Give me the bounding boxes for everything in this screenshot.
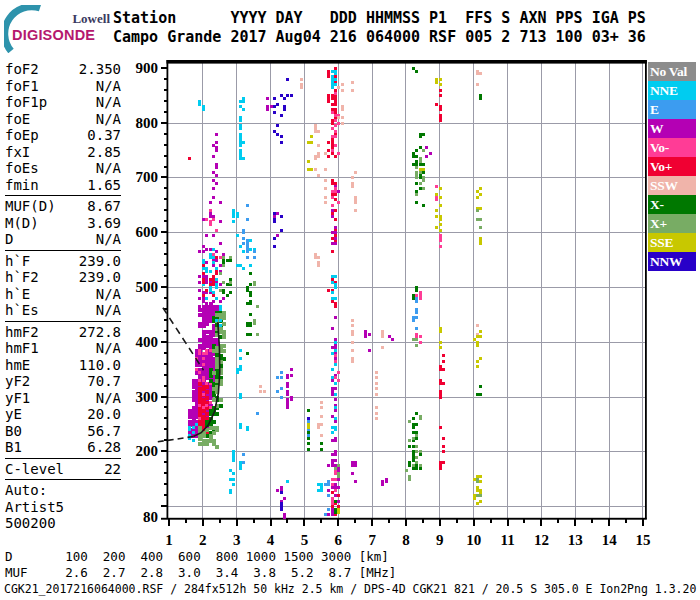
- svg-text:14: 14: [602, 532, 618, 548]
- muf-table-row: D 100 200 400 600 800 1000 1500 3000 [km…: [5, 549, 396, 565]
- echo-cluster-ssw: [259, 385, 266, 393]
- svg-text:1: 1: [165, 532, 173, 548]
- svg-text:8: 8: [402, 532, 410, 548]
- grid: [168, 63, 645, 518]
- echo-cluster-sse: [419, 168, 425, 171]
- echo-cluster-w: [364, 330, 371, 352]
- echo-cluster-nnw: [307, 417, 310, 420]
- svg-text:12: 12: [534, 532, 549, 548]
- velocity-legend: No ValNNEEWVo-Vo+SSWX-X+SSENNW: [648, 62, 696, 271]
- echo-cluster-nnw: [280, 94, 286, 144]
- echo-cluster-x+: [405, 469, 411, 481]
- muf-table-row: MUF 2.6 2.7 2.8 3.0 3.4 3.8 5.2 8.7 [MHz…: [5, 565, 396, 581]
- echo-cluster-ssw: [314, 253, 320, 267]
- echo-cluster-nne: [236, 349, 242, 470]
- echo-cluster-ssw: [314, 124, 320, 177]
- svg-text:300: 300: [136, 389, 159, 405]
- profile-dashed-lower: [156, 437, 193, 443]
- echo-cluster-e: [256, 412, 259, 415]
- legend-item-vo-: Vo-: [648, 138, 696, 157]
- svg-text:400: 400: [136, 334, 159, 350]
- svg-text:2: 2: [199, 532, 207, 548]
- echo-cluster-x+: [476, 209, 482, 229]
- echo-cluster-x+: [253, 281, 259, 336]
- legend-item-ssw: SSW: [648, 176, 696, 195]
- echo-cluster-w: [381, 478, 388, 486]
- echo-cluster-w: [286, 368, 293, 409]
- echo-cluster-w: [273, 212, 279, 237]
- echo-cluster-ssw: [351, 319, 354, 363]
- echo-cluster-e: [242, 453, 245, 464]
- echo-cluster-nnw: [286, 78, 293, 97]
- echo-cluster-vo-: [439, 234, 442, 248]
- svg-text:500: 500: [136, 279, 159, 295]
- svg-text:4: 4: [267, 532, 275, 548]
- legend-item-x+: X+: [648, 214, 696, 233]
- echo-cluster-x-: [246, 272, 252, 355]
- echo-cluster-ssw: [476, 70, 482, 86]
- svg-text:3: 3: [233, 532, 241, 548]
- echo-cluster-ssw: [476, 324, 479, 336]
- legend-item-e: E: [648, 100, 696, 119]
- echo-cluster-e: [324, 480, 330, 516]
- echo-cluster-ssw: [375, 371, 378, 420]
- echo-cluster-w: [425, 146, 432, 158]
- echo-cluster-nne: [229, 450, 235, 494]
- echo-cluster-w: [351, 461, 357, 483]
- echo-cluster-x-: [476, 385, 482, 396]
- echo-cluster-nne: [246, 426, 249, 431]
- svg-text:80: 80: [143, 509, 158, 525]
- echo-cluster-w: [388, 335, 394, 341]
- svg-text:900: 900: [136, 60, 159, 76]
- muf-table: D 100 200 400 600 800 1000 1500 3000 [km…: [5, 549, 396, 580]
- echo-cluster-e: [242, 204, 249, 253]
- echo-cluster-ssw: [381, 330, 384, 349]
- echo-cluster-vo+: [439, 354, 445, 399]
- echo-cluster-sse: [307, 135, 313, 171]
- echo-cluster-ssw: [317, 401, 323, 437]
- echo-cluster-nnw: [273, 97, 279, 136]
- echo-cluster-w: [212, 133, 218, 199]
- svg-text:800: 800: [136, 115, 159, 131]
- svg-text:10: 10: [466, 532, 481, 548]
- echo-cluster-x-: [412, 67, 418, 73]
- svg-text:11: 11: [500, 532, 514, 548]
- echo-cluster-sse: [476, 187, 482, 245]
- echo-cluster-sse: [307, 423, 310, 429]
- echo-cluster-ssw: [300, 78, 303, 89]
- status-line: CGK21_2017216064000.RSF / 284fx512h 50 k…: [4, 582, 696, 596]
- legend-item-noval: No Val: [648, 62, 696, 81]
- echo-cluster-nne: [286, 480, 289, 483]
- svg-text:13: 13: [568, 532, 583, 548]
- svg-text:7: 7: [368, 532, 376, 548]
- legend-item-nnw: NNW: [648, 252, 696, 271]
- svg-text:6: 6: [335, 532, 343, 548]
- legend-item-vo+: Vo+: [648, 157, 696, 176]
- echo-cluster-nne: [331, 70, 337, 89]
- legend-item-x-: X-: [648, 195, 696, 214]
- echo-cluster-e: [276, 371, 283, 399]
- svg-text:200: 200: [136, 443, 159, 459]
- ionogram-plot: 9008007006005004003002008012345678910111…: [0, 0, 700, 600]
- echo-cluster-x-: [320, 442, 323, 451]
- echo-cluster-vo+: [188, 157, 191, 160]
- svg-text:9: 9: [436, 532, 444, 548]
- echo-cluster-sse: [473, 330, 482, 368]
- legend-item-w: W: [648, 119, 696, 138]
- echo-cluster-nne: [317, 483, 323, 492]
- echo-cluster-ssw: [324, 152, 327, 204]
- echo-cluster-vo+: [439, 426, 445, 470]
- svg-text:700: 700: [136, 169, 159, 185]
- svg-text:600: 600: [136, 224, 159, 240]
- profile-dashed-upper: [163, 308, 204, 370]
- echo-cluster-sse: [337, 508, 340, 514]
- echo-cluster-nne: [239, 97, 245, 160]
- echo-cluster-x-: [479, 94, 482, 100]
- svg-text:15: 15: [635, 532, 650, 548]
- legend-item-sse: SSE: [648, 233, 696, 252]
- svg-text:5: 5: [301, 532, 309, 548]
- echo-cluster-ssw: [351, 81, 354, 92]
- legend-item-nne: NNE: [648, 81, 696, 100]
